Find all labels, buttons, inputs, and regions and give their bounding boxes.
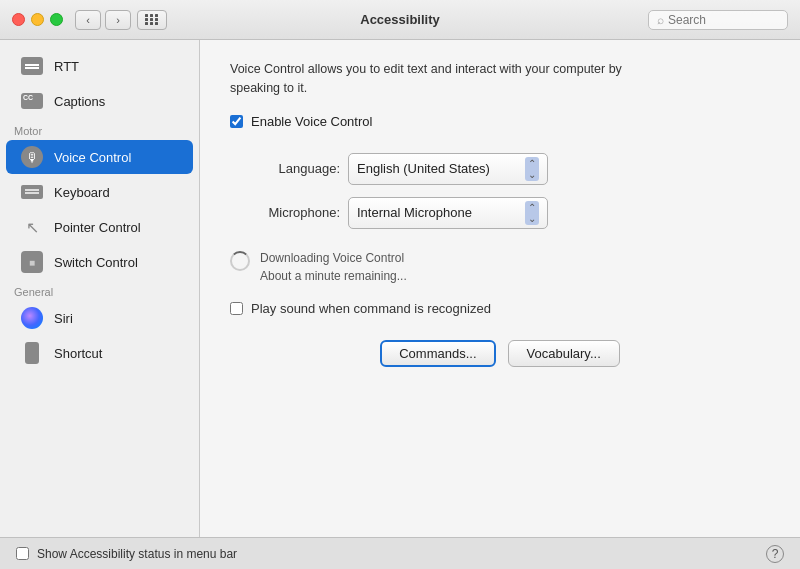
search-icon: ⌕ — [657, 13, 664, 27]
sidebar: RTT Captions Motor Voice Control Keyboar… — [0, 40, 200, 537]
sidebar-item-pointer-control[interactable]: ↖ Pointer Control — [6, 210, 193, 244]
downloading-row: Downloading Voice Control About a minute… — [230, 249, 770, 285]
button-row: Commands... Vocabulary... — [230, 340, 770, 367]
language-label: Language: — [230, 161, 340, 176]
rtt-icon — [20, 54, 44, 78]
sidebar-label-keyboard: Keyboard — [54, 185, 110, 200]
play-sound-row: Play sound when command is recognized — [230, 301, 770, 316]
microphone-row: Microphone: Internal Microphone ⌃⌄ — [230, 197, 770, 229]
language-chevron-icon: ⌃⌄ — [525, 157, 539, 181]
show-status-label: Show Accessibility status in menu bar — [37, 547, 237, 561]
downloading-subtitle: About a minute remaining... — [260, 267, 407, 285]
pointer-control-icon: ↖ — [20, 215, 44, 239]
sidebar-label-switch-control: Switch Control — [54, 255, 138, 270]
sidebar-label-shortcut: Shortcut — [54, 346, 102, 361]
back-button[interactable]: ‹ — [75, 10, 101, 30]
sidebar-label-rtt: RTT — [54, 59, 79, 74]
commands-button[interactable]: Commands... — [380, 340, 495, 367]
enable-voice-control-checkbox[interactable] — [230, 115, 243, 128]
language-value: English (United States) — [357, 161, 490, 176]
bottombar: Show Accessibility status in menu bar ? — [0, 537, 800, 569]
grid-view-button[interactable] — [137, 10, 167, 30]
sidebar-item-siri[interactable]: Siri — [6, 301, 193, 335]
siri-icon — [20, 306, 44, 330]
sidebar-label-voice-control: Voice Control — [54, 150, 131, 165]
sidebar-item-rtt[interactable]: RTT — [6, 49, 193, 83]
shortcut-icon — [20, 341, 44, 365]
microphone-label: Microphone: — [230, 205, 340, 220]
sidebar-label-captions: Captions — [54, 94, 105, 109]
sidebar-item-voice-control[interactable]: Voice Control — [6, 140, 193, 174]
keyboard-icon — [20, 180, 44, 204]
spinner-icon — [230, 251, 250, 271]
sidebar-item-keyboard[interactable]: Keyboard — [6, 175, 193, 209]
window-title: Accessibility — [360, 12, 440, 27]
nav-buttons: ‹ › — [75, 10, 131, 30]
traffic-lights — [12, 13, 63, 26]
play-sound-checkbox[interactable] — [230, 302, 243, 315]
vocabulary-button[interactable]: Vocabulary... — [508, 340, 620, 367]
downloading-text: Downloading Voice Control About a minute… — [260, 249, 407, 285]
sidebar-item-switch-control[interactable]: Switch Control — [6, 245, 193, 279]
motor-section-label: Motor — [0, 119, 199, 139]
downloading-title: Downloading Voice Control — [260, 249, 407, 267]
microphone-value: Internal Microphone — [357, 205, 472, 220]
microphone-chevron-icon: ⌃⌄ — [525, 201, 539, 225]
switch-control-icon — [20, 250, 44, 274]
show-status-row: Show Accessibility status in menu bar — [16, 547, 237, 561]
sidebar-item-captions[interactable]: Captions — [6, 84, 193, 118]
microphone-dropdown[interactable]: Internal Microphone ⌃⌄ — [348, 197, 548, 229]
sidebar-item-shortcut[interactable]: Shortcut — [6, 336, 193, 370]
sidebar-label-pointer-control: Pointer Control — [54, 220, 141, 235]
language-row: Language: English (United States) ⌃⌄ — [230, 153, 770, 185]
grid-icon — [145, 14, 159, 25]
help-icon: ? — [772, 547, 779, 561]
enable-voice-control-label: Enable Voice Control — [251, 114, 372, 129]
minimize-button[interactable] — [31, 13, 44, 26]
show-status-checkbox[interactable] — [16, 547, 29, 560]
captions-icon — [20, 89, 44, 113]
voice-control-description: Voice Control allows you to edit text an… — [230, 60, 670, 98]
search-input[interactable] — [668, 13, 783, 27]
search-box[interactable]: ⌕ — [648, 10, 788, 30]
titlebar: ‹ › Accessibility ⌕ — [0, 0, 800, 40]
help-button[interactable]: ? — [766, 545, 784, 563]
voice-control-icon — [20, 145, 44, 169]
close-button[interactable] — [12, 13, 25, 26]
main-area: RTT Captions Motor Voice Control Keyboar… — [0, 40, 800, 537]
general-section-label: General — [0, 280, 199, 300]
play-sound-label: Play sound when command is recognized — [251, 301, 491, 316]
language-dropdown[interactable]: English (United States) ⌃⌄ — [348, 153, 548, 185]
content-area: Voice Control allows you to edit text an… — [200, 40, 800, 537]
sidebar-label-siri: Siri — [54, 311, 73, 326]
enable-voice-control-row: Enable Voice Control — [230, 114, 770, 129]
maximize-button[interactable] — [50, 13, 63, 26]
forward-button[interactable]: › — [105, 10, 131, 30]
